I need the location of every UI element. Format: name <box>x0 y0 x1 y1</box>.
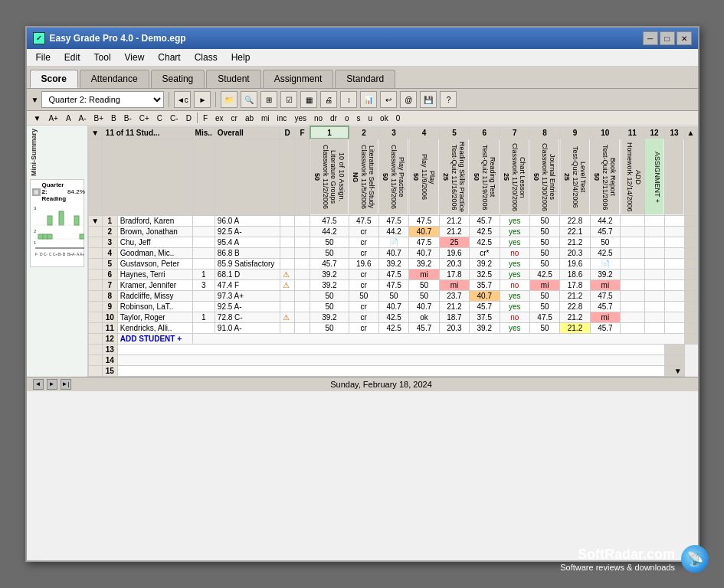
student-name[interactable]: Goodman, Mic.. <box>117 247 192 258</box>
score-7[interactable]: no <box>500 247 529 258</box>
menu-help[interactable]: Help <box>225 51 257 64</box>
scroll-down[interactable]: ▼ <box>664 365 684 376</box>
toolbar-chart-btn[interactable]: 📊 <box>360 91 377 108</box>
score-11[interactable] <box>621 290 645 301</box>
score-7[interactable]: yes <box>500 290 529 301</box>
score-1[interactable]: 45.7 <box>310 258 349 269</box>
score-3[interactable]: 44.2 <box>378 226 408 237</box>
minimize-button[interactable]: ─ <box>643 31 658 45</box>
score-5[interactable]: 17.8 <box>439 269 469 279</box>
score-12[interactable] <box>644 237 664 247</box>
score-6[interactable]: 45.7 <box>470 215 500 226</box>
close-button[interactable]: ✕ <box>676 31 692 45</box>
score-3[interactable]: 40.7 <box>378 301 408 312</box>
score-3[interactable]: 39.2 <box>378 258 408 269</box>
score-2[interactable]: cr <box>349 269 378 279</box>
score-10[interactable]: mi <box>590 279 620 290</box>
toolbar-table-btn[interactable]: ▦ <box>300 91 317 108</box>
score-4[interactable]: 47.5 <box>409 237 439 247</box>
score-3[interactable]: 40.7 <box>378 247 408 258</box>
score-11[interactable] <box>621 215 645 226</box>
score-9[interactable]: 18.6 <box>560 269 590 279</box>
score-2[interactable]: cr <box>349 237 378 247</box>
score-1[interactable]: 39.2 <box>310 312 349 322</box>
score-13[interactable] <box>664 322 684 333</box>
toolbar-forward-btn[interactable]: ► <box>194 91 211 108</box>
menu-file[interactable]: File <box>30 51 57 64</box>
score-11[interactable] <box>621 301 645 312</box>
score-9[interactable]: 22.1 <box>560 226 590 237</box>
grade-arrow[interactable]: ▼ <box>31 113 44 123</box>
score-11[interactable] <box>621 322 645 333</box>
score-6[interactable]: 37.5 <box>470 312 500 322</box>
toolbar-help-btn[interactable]: ? <box>440 91 457 108</box>
tab-attendance[interactable]: Attendance <box>80 70 149 88</box>
toolbar-search-btn[interactable]: 🔍 <box>241 91 257 108</box>
score-13[interactable] <box>664 215 684 226</box>
score-4[interactable]: 39.2 <box>409 258 439 269</box>
student-name[interactable]: Gustavson, Peter <box>117 258 192 269</box>
student-name[interactable]: Kramer, Jennifer <box>117 279 192 290</box>
score-3[interactable]: 📄 <box>378 237 408 247</box>
grade-cplus[interactable]: C+ <box>137 113 152 123</box>
score-5[interactable]: mi <box>439 279 469 290</box>
score-13[interactable] <box>664 237 684 247</box>
score-1[interactable]: 44.2 <box>310 226 349 237</box>
grade-zero[interactable]: 0 <box>394 113 403 123</box>
score-8[interactable]: 47.5 <box>529 312 559 322</box>
scroll-left-btn[interactable]: ◄ <box>33 379 44 390</box>
score-13[interactable] <box>664 279 684 290</box>
grade-ex[interactable]: ex <box>213 113 226 123</box>
grade-yes[interactable]: yes <box>292 113 309 123</box>
score-13[interactable] <box>664 247 684 258</box>
score-8[interactable]: 50 <box>529 322 559 333</box>
score-12[interactable] <box>644 312 664 322</box>
score-6[interactable]: 35.7 <box>470 279 500 290</box>
score-8[interactable]: 50 <box>529 247 559 258</box>
student-name[interactable]: Haynes, Terri <box>117 269 192 279</box>
score-6[interactable]: 39.2 <box>470 258 500 269</box>
score-5[interactable]: 21.2 <box>439 301 469 312</box>
score-1[interactable]: 50 <box>310 301 349 312</box>
score-9[interactable]: 22.8 <box>560 215 590 226</box>
score-1[interactable]: 50 <box>310 322 349 333</box>
assign-header-add[interactable]: ASSIGNMENT + <box>644 139 664 215</box>
score-2[interactable]: 19.6 <box>349 258 378 269</box>
add-student-row[interactable]: 12 ADD STUDENT + <box>88 333 697 344</box>
score-7[interactable]: yes <box>500 269 529 279</box>
score-8[interactable]: 50 <box>529 226 559 237</box>
score-3[interactable]: 42.5 <box>378 322 408 333</box>
toolbar-check-btn[interactable]: ☑ <box>280 91 297 108</box>
menu-chart[interactable]: Chart <box>152 51 186 64</box>
score-10[interactable]: 45.7 <box>590 226 620 237</box>
menu-class[interactable]: Class <box>188 51 224 64</box>
score-13[interactable] <box>664 312 684 322</box>
score-4[interactable]: ok <box>409 312 439 322</box>
score-6[interactable]: 32.5 <box>470 269 500 279</box>
grade-d[interactable]: D <box>184 113 194 123</box>
score-4[interactable]: 40.7 <box>409 301 439 312</box>
score-1[interactable]: 47.5 <box>310 215 349 226</box>
toolbar-folder-btn[interactable]: 📁 <box>221 91 238 108</box>
grade-ok[interactable]: ok <box>378 113 391 123</box>
grade-bplus[interactable]: B+ <box>92 113 106 123</box>
score-1[interactable]: 50 <box>310 237 349 247</box>
score-13[interactable] <box>664 258 684 269</box>
score-10[interactable]: mi <box>590 312 620 322</box>
score-13[interactable] <box>664 301 684 312</box>
score-6[interactable]: 40.7 <box>470 290 500 301</box>
score-2[interactable]: cr <box>349 226 378 237</box>
score-12[interactable] <box>644 290 664 301</box>
grade-aplus[interactable]: A+ <box>46 113 61 123</box>
score-11[interactable] <box>621 279 645 290</box>
score-2[interactable]: cr <box>349 247 378 258</box>
score-12[interactable] <box>644 247 664 258</box>
score-8[interactable]: mi <box>529 279 559 290</box>
menu-edit[interactable]: Edit <box>58 51 87 64</box>
score-5[interactable]: 20.3 <box>439 322 469 333</box>
student-name[interactable]: Taylor, Roger <box>117 312 192 322</box>
score-5[interactable]: 21.2 <box>439 215 469 226</box>
score-10[interactable]: 50 <box>590 237 620 247</box>
score-6[interactable]: 42.5 <box>470 226 500 237</box>
toolbar-print-btn[interactable]: 🖨 <box>320 91 337 108</box>
